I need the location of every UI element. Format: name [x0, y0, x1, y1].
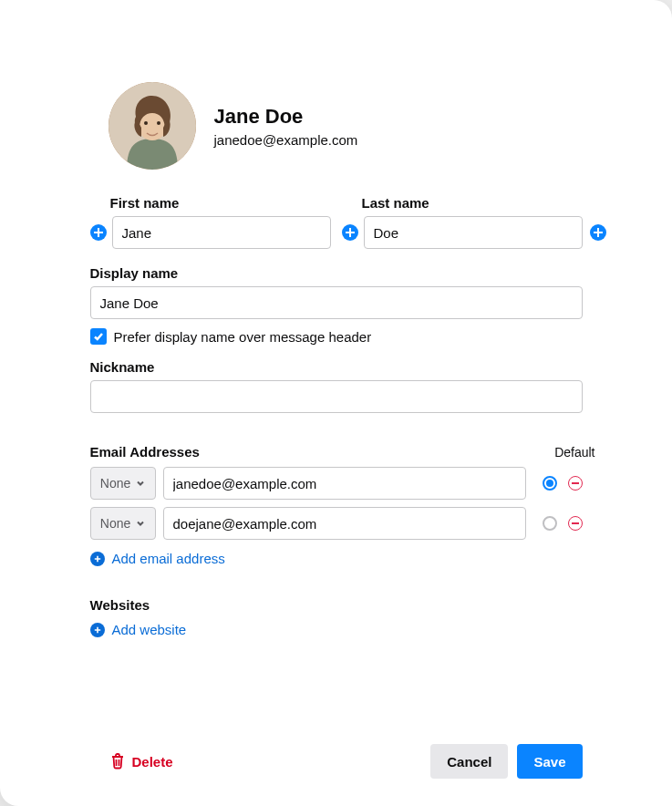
nickname-input[interactable] — [90, 380, 583, 413]
add-website-link[interactable]: Add website — [90, 622, 187, 637]
remove-email-icon[interactable] — [568, 516, 583, 531]
contact-full-name: Jane Doe — [214, 105, 358, 129]
contact-edit-card: Jane Doe janedoe@example.com First name … — [0, 0, 672, 806]
contact-primary-email: janedoe@example.com — [214, 132, 358, 148]
prefer-display-checkbox[interactable] — [90, 328, 107, 345]
add-email-link[interactable]: Add email address — [90, 551, 225, 566]
email-input[interactable] — [163, 507, 526, 540]
default-email-radio[interactable] — [543, 476, 557, 491]
display-name-input[interactable] — [90, 286, 583, 319]
plus-icon — [90, 552, 105, 566]
default-column-header: Default — [554, 445, 594, 460]
chevron-down-icon — [136, 519, 145, 528]
chevron-down-icon — [136, 479, 145, 488]
last-name-label: Last name — [342, 195, 583, 211]
last-name-input[interactable] — [364, 216, 583, 249]
save-button[interactable]: Save — [517, 744, 582, 779]
contact-header: Jane Doe janedoe@example.com — [90, 82, 583, 170]
prefer-display-label: Prefer display name over message header — [114, 329, 372, 345]
websites-section-label: Websites — [90, 597, 583, 613]
add-prefix-icon[interactable] — [90, 224, 107, 241]
display-name-label: Display name — [90, 265, 583, 281]
name-block: Jane Doe janedoe@example.com — [214, 105, 358, 148]
email-type-select[interactable]: None — [90, 507, 156, 540]
email-row: None — [90, 467, 583, 500]
email-input[interactable] — [163, 467, 526, 500]
remove-email-icon[interactable] — [568, 476, 583, 491]
svg-point-4 — [157, 121, 160, 125]
first-name-input[interactable] — [112, 216, 331, 249]
avatar[interactable] — [109, 82, 196, 170]
delete-button[interactable]: Delete — [90, 753, 173, 770]
plus-icon — [90, 623, 105, 637]
trash-icon — [110, 753, 125, 770]
first-name-label: First name — [90, 195, 331, 211]
svg-point-3 — [144, 121, 148, 125]
email-type-select[interactable]: None — [90, 467, 156, 500]
cancel-button[interactable]: Cancel — [430, 744, 508, 779]
add-suffix-icon[interactable] — [590, 224, 606, 241]
email-row: None — [90, 507, 583, 540]
nickname-label: Nickname — [90, 359, 583, 375]
add-middle-name-icon[interactable] — [342, 224, 358, 241]
email-section-label: Email Addresses — [90, 444, 200, 460]
default-email-radio[interactable] — [543, 516, 557, 531]
